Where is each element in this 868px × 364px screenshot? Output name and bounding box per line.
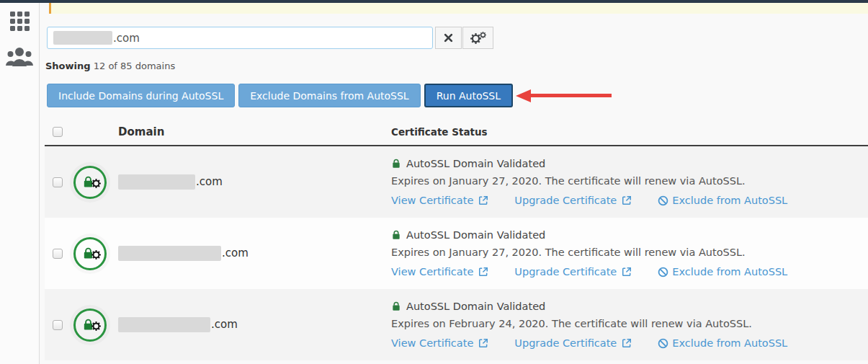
ban-icon bbox=[658, 338, 668, 349]
external-link-icon bbox=[622, 338, 632, 348]
certificate-status-cell: AutoSSL Domain Validated Expires on Janu… bbox=[391, 229, 868, 278]
arrow-shaft bbox=[531, 94, 612, 97]
domain-name: .com bbox=[118, 317, 391, 332]
external-link-icon bbox=[478, 338, 488, 348]
sidebar-item-apps[interactable] bbox=[10, 12, 30, 31]
certificate-status-cell: AutoSSL Domain Validated Expires on Janu… bbox=[391, 158, 868, 206]
status-column-header: Certificate Status bbox=[391, 126, 868, 138]
notice-banner bbox=[49, 3, 868, 14]
summary-label: Showing bbox=[45, 61, 91, 71]
search-settings-button[interactable] bbox=[462, 27, 493, 49]
lock-icon bbox=[391, 301, 401, 311]
upgrade-certificate-link[interactable]: Upgrade Certificate bbox=[514, 195, 632, 206]
main-content: .com Showing 12 of 85 domains Include Do… bbox=[45, 14, 868, 364]
domain-column-header: Domain bbox=[118, 125, 391, 138]
include-domains-button[interactable]: Include Domains during AutoSSL bbox=[47, 84, 235, 107]
view-certificate-link[interactable]: View Certificate bbox=[391, 266, 488, 278]
status-expiry: Expires on January 27, 2020. The certifi… bbox=[391, 247, 868, 258]
autossl-secured-icon bbox=[73, 166, 107, 199]
status-expiry: Expires on February 24, 2020. The certif… bbox=[391, 318, 868, 329]
view-certificate-link[interactable]: View Certificate bbox=[391, 337, 488, 349]
certificate-status-cell: AutoSSL Domain Validated Expires on Febr… bbox=[391, 301, 868, 349]
arrow-head bbox=[516, 89, 531, 102]
autossl-toolbar: Include Domains during AutoSSL Exclude D… bbox=[47, 84, 868, 107]
redacted-domain-text bbox=[53, 31, 112, 45]
select-all-checkbox[interactable] bbox=[53, 127, 63, 137]
redacted-domain-text bbox=[118, 317, 210, 332]
autossl-secured-icon bbox=[73, 237, 107, 270]
status-title: AutoSSL Domain Validated bbox=[406, 301, 545, 312]
redacted-domain-text bbox=[118, 174, 195, 190]
domain-name: .com bbox=[118, 174, 391, 190]
red-arrow-annotation bbox=[516, 89, 612, 103]
autossl-secured-icon bbox=[73, 308, 107, 342]
exclude-from-autossl-link[interactable]: Exclude from AutoSSL bbox=[658, 337, 787, 349]
lock-icon bbox=[391, 230, 401, 240]
cogs-icon bbox=[470, 32, 486, 45]
external-link-icon bbox=[622, 195, 632, 205]
redacted-domain-text bbox=[118, 246, 221, 261]
ban-icon bbox=[658, 195, 668, 206]
sidebar bbox=[0, 3, 40, 364]
summary-value: 12 of 85 domains bbox=[94, 61, 175, 71]
view-certificate-link[interactable]: View Certificate bbox=[391, 195, 488, 206]
sidebar-item-users[interactable] bbox=[6, 47, 33, 67]
exclude-domains-button[interactable]: Exclude Domains from AutoSSL bbox=[238, 84, 420, 107]
lock-icon bbox=[391, 159, 401, 169]
people-icon bbox=[6, 47, 33, 67]
external-link-icon bbox=[478, 195, 488, 205]
row-checkbox[interactable] bbox=[53, 320, 63, 330]
upgrade-certificate-link[interactable]: Upgrade Certificate bbox=[514, 266, 632, 278]
search-input[interactable]: .com bbox=[47, 27, 433, 49]
external-link-icon bbox=[622, 267, 632, 277]
domains-table: Domain Certificate Status .com AutoSSL D… bbox=[45, 119, 868, 360]
table-row: .com AutoSSL Domain Validated Expires on… bbox=[45, 146, 868, 218]
grid-icon bbox=[10, 12, 30, 31]
close-icon bbox=[444, 33, 453, 43]
exclude-from-autossl-link[interactable]: Exclude from AutoSSL bbox=[658, 266, 787, 278]
external-link-icon bbox=[478, 267, 488, 277]
table-row: .com AutoSSL Domain Validated Expires on… bbox=[45, 218, 868, 289]
row-checkbox[interactable] bbox=[53, 249, 63, 259]
row-checkbox[interactable] bbox=[53, 177, 63, 187]
table-row: .com AutoSSL Domain Validated Expires on… bbox=[45, 289, 868, 360]
clear-search-button[interactable] bbox=[435, 27, 462, 49]
status-expiry: Expires on January 27, 2020. The certifi… bbox=[391, 175, 868, 187]
run-autossl-button[interactable]: Run AutoSSL bbox=[424, 84, 513, 107]
domain-name: .com bbox=[118, 246, 391, 261]
exclude-from-autossl-link[interactable]: Exclude from AutoSSL bbox=[658, 195, 787, 206]
table-header-row: Domain Certificate Status bbox=[45, 119, 868, 146]
search-value-suffix: .com bbox=[113, 32, 140, 45]
ban-icon bbox=[658, 267, 668, 278]
domains-count-summary: Showing 12 of 85 domains bbox=[45, 61, 868, 71]
search-row: .com bbox=[47, 27, 868, 49]
status-title: AutoSSL Domain Validated bbox=[406, 229, 545, 241]
upgrade-certificate-link[interactable]: Upgrade Certificate bbox=[514, 337, 632, 349]
status-title: AutoSSL Domain Validated bbox=[406, 158, 545, 169]
